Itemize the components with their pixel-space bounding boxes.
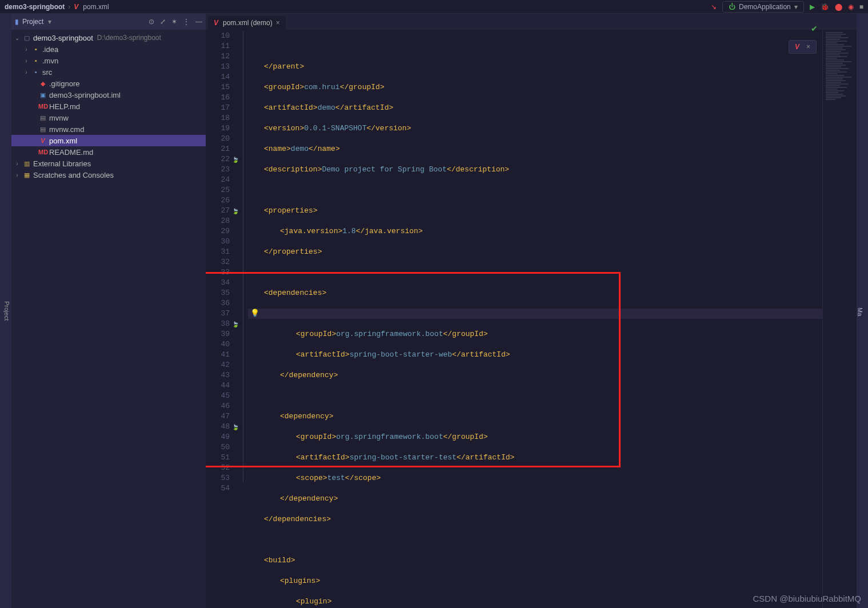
locate-icon[interactable]: ⊙ [149, 18, 154, 26]
gutter: 10111213 14151617 18192021 22🍃 23242526 … [206, 30, 240, 608]
tree-root[interactable]: ⌄▢ demo3-springboot D:\demo3-springboot [11, 32, 206, 43]
gutter-bean-icon[interactable]: 🍃 [232, 320, 239, 327]
coverage-button[interactable]: ⬤ [835, 3, 842, 11]
gutter-bean-icon[interactable]: 🍃 [232, 155, 239, 162]
breadcrumb-file[interactable]: pom.xml [83, 3, 109, 11]
project-view-icon: ▮ [15, 18, 19, 26]
tree-mvn[interactable]: ›▪.mvn [11, 55, 206, 66]
tree-pom[interactable]: ·Vpom.xml [11, 135, 206, 146]
intention-bulb-icon[interactable]: 💡 [250, 309, 259, 319]
project-panel: ▮ Project ▾ ⊙ ⤢ ✶ ⋮ — ⌄▢ demo3-springboo… [11, 14, 206, 608]
tree-mvnwcmd[interactable]: ·▤mvnw.cmd [11, 123, 206, 135]
breadcrumb: demo3-springboot › V pom.xml [5, 3, 109, 11]
editor-area: V pom.xml (demo) × 10111213 14151617 181… [206, 14, 857, 608]
watermark: CSDN @biubiubiuRabbitMQ [753, 594, 861, 603]
tree-readme[interactable]: ·MDREADME.md [11, 146, 206, 158]
tree-gitignore[interactable]: ·◆.gitignore [11, 78, 206, 89]
rail-project[interactable]: Project [2, 16, 11, 606]
right-tool-rail[interactable]: Ma [857, 14, 868, 608]
collapse-icon[interactable]: ✶ [171, 18, 177, 26]
tree-help[interactable]: ·MDHELP.md [11, 101, 206, 112]
tree-scratches[interactable]: ›▦Scratches and Consoles [11, 169, 206, 181]
stop-button[interactable]: ■ [859, 3, 863, 11]
top-bar: demo3-springboot › V pom.xml ↘ ⏻ DemoApp… [0, 0, 868, 14]
maven-icon: V [795, 43, 799, 51]
project-panel-header: ▮ Project ▾ ⊙ ⤢ ✶ ⋮ — [11, 14, 206, 30]
code-content[interactable]: 💡 </parent> <groupId>com.hrui</groupId> … [248, 30, 822, 608]
breadcrumb-project[interactable]: demo3-springboot [5, 3, 65, 11]
maven-icon: V [214, 19, 218, 27]
run-config-dropdown[interactable]: ⏻ DemoApplication ▾ [722, 1, 804, 13]
tree-mvnw[interactable]: ·▤mvnw [11, 112, 206, 123]
hide-panel-icon[interactable]: — [195, 18, 202, 26]
editor-body[interactable]: 10111213 14151617 18192021 22🍃 23242526 … [206, 30, 857, 608]
maven-load-panel[interactable]: V × [789, 40, 817, 54]
inspection-ok-icon[interactable]: ✔ [811, 24, 818, 33]
gutter-bean-icon[interactable]: 🍃 [232, 207, 239, 214]
tab-pom[interactable]: V pom.xml (demo) × [208, 15, 286, 30]
project-panel-title[interactable]: Project [22, 18, 43, 26]
expand-icon[interactable]: ⤢ [160, 18, 166, 26]
gutter-bean-icon[interactable]: 🍃 [232, 423, 239, 430]
rail-structure[interactable]: Structure [0, 571, 2, 606]
minimap[interactable] [822, 30, 857, 608]
close-icon[interactable]: × [806, 43, 810, 51]
panel-menu-icon[interactable]: ⋮ [183, 18, 190, 26]
tree-src[interactable]: ›▪src [11, 66, 206, 78]
left-tool-rail: Project Structure tes [0, 14, 11, 608]
run-arrow-icon[interactable]: ↘ [711, 3, 717, 11]
run-button[interactable]: ▶ [810, 3, 815, 11]
project-tree: ⌄▢ demo3-springboot D:\demo3-springboot … [11, 30, 206, 183]
tree-iml[interactable]: ·▣demo3-springboot.iml [11, 89, 206, 101]
close-tab-icon[interactable]: × [276, 19, 280, 27]
tree-idea[interactable]: ›▪.idea [11, 43, 206, 55]
profile-button[interactable]: ◉ [848, 3, 854, 11]
maven-icon: V [74, 3, 78, 11]
editor-tabs: V pom.xml (demo) × [206, 14, 857, 30]
tree-extlib[interactable]: ›▥External Libraries [11, 158, 206, 169]
fold-column [240, 30, 248, 608]
debug-button[interactable]: 🐞 [821, 3, 829, 11]
